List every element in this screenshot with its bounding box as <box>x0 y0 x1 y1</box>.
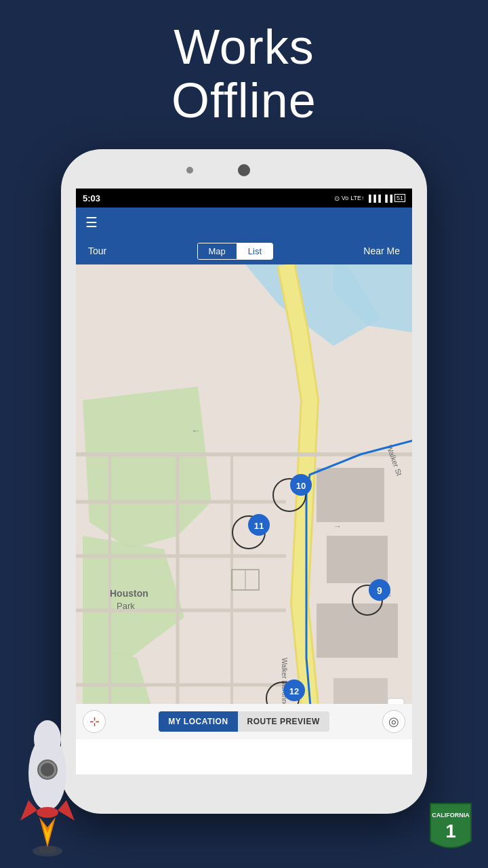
svg-text:←: ← <box>191 425 201 436</box>
action-buttons: MY LOCATION ROUTE PREVIEW <box>159 711 329 732</box>
target-icon: ◎ <box>388 714 399 729</box>
svg-point-54 <box>37 807 58 818</box>
svg-text:10: 10 <box>296 481 306 491</box>
battery: 51 <box>394 194 405 202</box>
location-icon: ⊙ <box>334 195 340 202</box>
compass-icon: ⊹ <box>89 714 100 729</box>
app-bar: ☰ <box>76 208 412 237</box>
svg-text:Houston: Houston <box>110 588 148 599</box>
svg-rect-18 <box>327 536 388 583</box>
tab-bar: Tour Map List Near Me <box>76 237 412 264</box>
tab-tour[interactable]: Tour <box>81 243 113 259</box>
signal-bars2: ▐▐ <box>383 195 392 202</box>
svg-text:9: 9 <box>377 585 382 596</box>
bottom-bar: ⊹ MY LOCATION ROUTE PREVIEW ◎ <box>76 704 412 739</box>
target-button[interactable]: ◎ <box>382 710 405 733</box>
phone-mockup: 5:03 ⊙ Vo LTE↑ ▐▐▐ ▐▐ 51 ☰ Tour Map List… <box>61 149 427 814</box>
rocket-illustration <box>7 705 88 868</box>
map-area[interactable]: Walker St Walker McKinney ← ↓ → ↓ Houst <box>76 264 412 739</box>
map-svg: Walker St Walker McKinney ← ↓ → ↓ Houst <box>76 264 412 739</box>
signal-vo: Vo <box>342 195 349 201</box>
status-time: 5:03 <box>83 193 100 203</box>
signal-bars: ▐▐▐ <box>367 195 381 202</box>
svg-marker-52 <box>20 800 37 821</box>
svg-marker-53 <box>58 800 75 821</box>
svg-text:11: 11 <box>254 521 264 531</box>
status-icons: ⊙ Vo LTE↑ ▐▐▐ ▐▐ 51 <box>334 194 405 202</box>
svg-text:CALIFORNIA: CALIFORNIA <box>432 812 470 818</box>
headline: Works Offline <box>0 20 488 127</box>
phone-screen: 5:03 ⊙ Vo LTE↑ ▐▐▐ ▐▐ 51 ☰ Tour Map List… <box>76 189 412 774</box>
route-preview-button[interactable]: ROUTE PREVIEW <box>238 711 329 732</box>
hamburger-icon[interactable]: ☰ <box>85 216 98 229</box>
svg-text:12: 12 <box>289 686 299 696</box>
svg-point-51 <box>41 763 54 776</box>
svg-rect-17 <box>317 468 384 522</box>
svg-text:Park: Park <box>117 601 135 611</box>
phone-camera <box>238 164 250 176</box>
tab-segment: Map List <box>197 243 274 260</box>
svg-text:1: 1 <box>445 821 456 842</box>
tab-nearme[interactable]: Near Me <box>357 243 407 259</box>
california-badge: CALIFORNIA 1 <box>427 800 474 854</box>
my-location-button[interactable]: MY LOCATION <box>159 711 237 732</box>
svg-rect-58 <box>39 846 56 853</box>
tab-map[interactable]: Map <box>198 243 237 259</box>
tab-list[interactable]: List <box>237 243 272 259</box>
svg-text:→: → <box>333 521 342 531</box>
signal-lte: LTE↑ <box>350 195 364 201</box>
phone-speaker <box>186 167 193 174</box>
status-bar: 5:03 ⊙ Vo LTE↑ ▐▐▐ ▐▐ 51 <box>76 189 412 208</box>
svg-point-49 <box>34 720 61 758</box>
